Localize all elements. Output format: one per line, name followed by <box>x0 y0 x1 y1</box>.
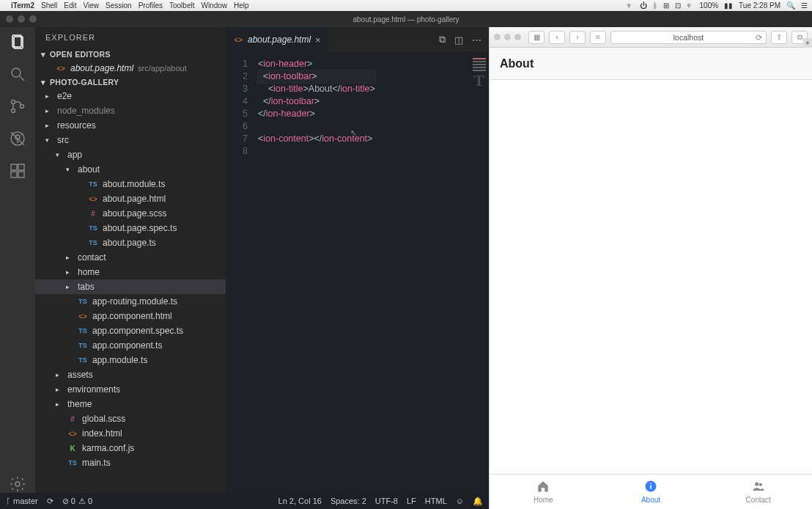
menu-edit[interactable]: Edit <box>64 1 76 10</box>
ionic-tabbar: HomeAboutContact <box>490 474 812 509</box>
menubar-status-item[interactable]: ᛒ <box>653 1 657 10</box>
notifications-icon[interactable]: 🔔 <box>473 497 483 506</box>
file-app.component.html[interactable]: <>app.component.html <box>35 309 226 323</box>
file-about.page.scss[interactable]: #about.page.scss <box>35 206 226 221</box>
file-main.ts[interactable]: TSmain.ts <box>35 455 226 470</box>
editor-tab[interactable]: <> about.page.html × <box>226 27 329 52</box>
share-button[interactable]: ⇪ <box>771 31 787 44</box>
cursor-position[interactable]: Ln 2, Col 16 <box>278 497 322 505</box>
folder-app[interactable]: ▾app <box>35 147 226 162</box>
safari-close-button[interactable] <box>494 34 501 40</box>
ionic-tab-contact[interactable]: Contact <box>704 475 812 509</box>
url-bar[interactable]: localhost ⟳ <box>610 31 767 44</box>
menubar-status-item[interactable]: ⏻ <box>640 1 647 10</box>
ionic-tab-about[interactable]: About <box>597 475 705 509</box>
karma-file-icon: K <box>67 444 78 453</box>
menubar-status-item[interactable]: 🔍 <box>786 1 795 10</box>
menubar-status-item[interactable]: Tue 2:28 PM <box>739 1 780 10</box>
ionic-content[interactable] <box>490 80 812 474</box>
folder-e2e[interactable]: ▸e2e <box>35 89 226 103</box>
language-mode[interactable]: HTML <box>425 497 447 505</box>
menubar-status-item[interactable]: 100% <box>700 1 719 10</box>
search-icon[interactable] <box>9 65 26 83</box>
folder-contact[interactable]: ▸contact <box>35 250 226 265</box>
menu-help[interactable]: Help <box>234 1 249 10</box>
close-window-button[interactable] <box>6 15 13 23</box>
eol[interactable]: LF <box>407 497 416 505</box>
open-editor-path: src/app/about <box>138 64 187 73</box>
folder-about[interactable]: ▾about <box>35 162 226 177</box>
debug-icon[interactable] <box>9 130 26 147</box>
forward-button[interactable]: › <box>569 31 586 44</box>
file-about.page.html[interactable]: <>about.page.html <box>35 191 226 206</box>
folder-resources[interactable]: ▸resources <box>35 118 226 133</box>
safari-minimize-button[interactable] <box>504 34 511 40</box>
menubar-status-item[interactable]: ᯤ <box>627 1 634 10</box>
sidebar-toggle-button[interactable]: ▦ <box>528 31 545 44</box>
menu-session[interactable]: Session <box>106 1 132 10</box>
folder-home[interactable]: ▸home <box>35 265 226 279</box>
feedback-icon[interactable]: ☺ <box>456 497 464 505</box>
folder-node_modules[interactable]: ▸node_modules <box>35 103 226 118</box>
menubar-status-item[interactable]: ⊞ <box>663 1 669 10</box>
folder-environments[interactable]: ▸environments <box>35 382 226 397</box>
code-editor[interactable]: 12345678 <ion-header> <ion-toolbar> <ion… <box>226 55 489 493</box>
editor-tabs: <> about.page.html × ⧉ ◫ ⋯ <box>226 27 489 52</box>
encoding[interactable]: UTF-8 <box>375 497 398 505</box>
reload-icon[interactable]: ⟳ <box>756 33 762 42</box>
menubar-status-item[interactable]: ⊡ <box>675 1 681 10</box>
menu-window[interactable]: Window <box>201 1 227 10</box>
more-actions-icon[interactable]: ⋯ <box>472 34 481 45</box>
macos-menubar: iTerm2 ShellEditViewSessionProfilesToolb… <box>0 0 812 11</box>
open-editor-item[interactable]: <> about.page.html src/app/about <box>35 61 226 76</box>
safari-zoom-button[interactable] <box>514 34 521 40</box>
menu-toolbelt[interactable]: Toolbelt <box>169 1 194 10</box>
file-app.component.ts[interactable]: TSapp.component.ts <box>35 338 226 353</box>
open-editors-section[interactable]: ▾OPEN EDITORS <box>35 48 226 61</box>
file-global.scss[interactable]: #global.scss <box>35 411 226 426</box>
explorer-icon[interactable] <box>9 33 26 51</box>
errors-count[interactable]: ⊘ 0 <box>62 497 75 506</box>
app-menu[interactable]: iTerm2 <box>11 1 34 10</box>
sync-button[interactable]: ⟳ <box>47 497 53 506</box>
editor-area: <> about.page.html × ⧉ ◫ ⋯ 12345678 <ion… <box>226 27 489 493</box>
new-tab-button[interactable]: + <box>803 38 812 48</box>
twist-icon: ▸ <box>66 268 73 276</box>
split-editor-icon[interactable]: ◫ <box>454 34 463 45</box>
file-about.page.spec.ts[interactable]: TSabout.page.spec.ts <box>35 221 226 235</box>
project-section[interactable]: ▾PHOTO-GALLERY <box>35 76 226 89</box>
menu-shell[interactable]: Shell <box>41 1 57 10</box>
folder-assets[interactable]: ▸assets <box>35 367 226 382</box>
git-branch[interactable]: ᚴ master <box>6 497 38 505</box>
folder-src[interactable]: ▾src <box>35 133 226 147</box>
folder-theme[interactable]: ▸theme <box>35 397 226 411</box>
file-app.module.ts[interactable]: TSapp.module.ts <box>35 353 226 367</box>
ts-file-icon: TS <box>88 239 98 246</box>
file-app.component.spec.ts[interactable]: TSapp.component.spec.ts <box>35 323 226 338</box>
folder-tabs[interactable]: ▸tabs <box>35 279 226 294</box>
ionic-tab-home[interactable]: Home <box>490 475 597 509</box>
ts-file-icon: TS <box>78 327 88 334</box>
menubar-status-item[interactable]: ▮▮ <box>724 1 733 10</box>
settings-gear-icon[interactable] <box>9 475 26 493</box>
reader-button[interactable]: ≡ <box>590 31 606 44</box>
warnings-count[interactable]: ⚠ 0 <box>78 497 92 506</box>
menubar-status-item[interactable]: ☰ <box>801 1 808 10</box>
back-button[interactable]: ‹ <box>549 31 565 44</box>
file-app-routing.module.ts[interactable]: TSapp-routing.module.ts <box>35 294 226 309</box>
source-control-icon[interactable] <box>9 98 26 115</box>
file-index.html[interactable]: <>index.html <box>35 426 226 441</box>
compare-changes-icon[interactable]: ⧉ <box>439 34 446 45</box>
file-karma.conf.js[interactable]: Kkarma.conf.js <box>35 441 226 455</box>
close-tab-button[interactable]: × <box>315 34 321 45</box>
contacts-icon <box>752 480 765 494</box>
indent-setting[interactable]: Spaces: 2 <box>331 497 366 505</box>
minimize-window-button[interactable] <box>18 15 25 23</box>
file-about.module.ts[interactable]: TSabout.module.ts <box>35 177 226 191</box>
zoom-window-button[interactable] <box>29 15 37 23</box>
extensions-icon[interactable] <box>9 162 26 180</box>
file-about.page.ts[interactable]: TSabout.page.ts <box>35 235 226 250</box>
menu-profiles[interactable]: Profiles <box>139 1 163 10</box>
menu-view[interactable]: View <box>84 1 100 10</box>
menubar-status-item[interactable]: ᯤ <box>687 1 694 10</box>
